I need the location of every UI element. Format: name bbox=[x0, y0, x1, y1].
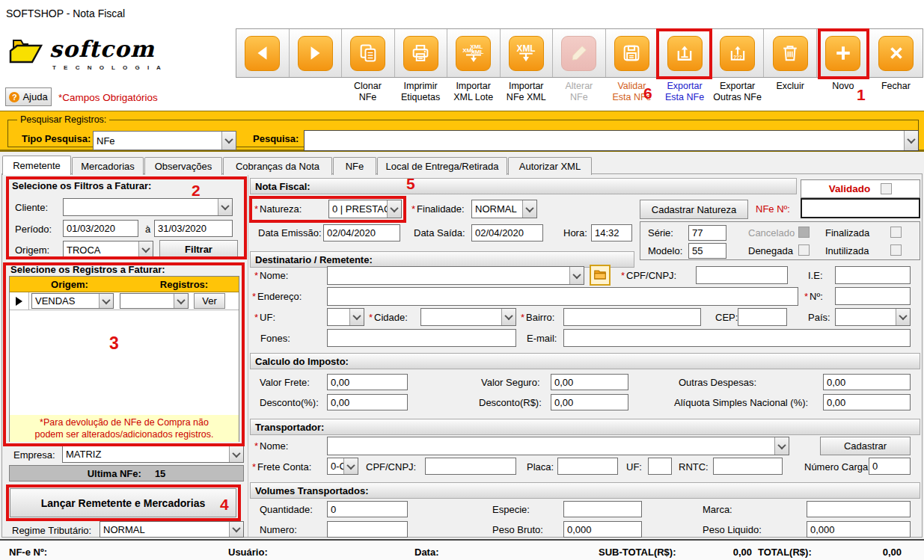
toolbar-fechar-button[interactable] bbox=[869, 29, 923, 77]
cadastrar-natureza-button[interactable]: Cadastrar Natureza bbox=[640, 200, 748, 219]
finalizada-checkbox[interactable] bbox=[890, 227, 902, 238]
dest-no-field[interactable] bbox=[835, 287, 911, 305]
emissao-field[interactable] bbox=[323, 224, 400, 241]
dest-uf-select[interactable] bbox=[327, 308, 364, 326]
toolbar-next-button[interactable] bbox=[290, 29, 343, 77]
quantidade-field[interactable] bbox=[327, 501, 408, 517]
nfe-no-field[interactable] bbox=[801, 198, 920, 218]
nota-fiscal-header: Nota Fiscal: bbox=[250, 178, 797, 194]
regime-label: Regime Tributário: bbox=[12, 525, 91, 536]
svg-text:XML: XML bbox=[471, 49, 483, 55]
transp-nome-select[interactable] bbox=[327, 437, 789, 455]
peso-liquido-field[interactable] bbox=[807, 521, 911, 538]
periodo-to-field[interactable] bbox=[154, 220, 233, 237]
serie-label: Série: bbox=[648, 227, 673, 239]
dest-endereco-field[interactable] bbox=[327, 287, 798, 306]
registros-control-row: VENDAS Ver bbox=[10, 292, 239, 310]
panel-divider bbox=[248, 174, 248, 537]
lancar-button[interactable]: Lançar Remetente e Mercadorias bbox=[10, 488, 236, 517]
numero-label: Numero: bbox=[260, 524, 297, 535]
especie-field[interactable] bbox=[563, 501, 642, 517]
cadastrar-transportador-button[interactable]: Cadastrar bbox=[820, 437, 911, 455]
denegada-checkbox[interactable] bbox=[798, 244, 810, 256]
toolbar-novo-button[interactable] bbox=[817, 29, 870, 77]
modelo-field[interactable] bbox=[688, 243, 726, 259]
dest-uf-label: *UF: bbox=[254, 312, 275, 323]
hora-field[interactable] bbox=[591, 224, 632, 241]
finalidade-select[interactable]: NORMAL bbox=[471, 200, 537, 218]
numero-carga-field[interactable] bbox=[869, 458, 911, 475]
valor-seguro-field[interactable] bbox=[551, 374, 628, 390]
cliente-select[interactable] bbox=[63, 198, 233, 216]
dest-cpf-field[interactable] bbox=[696, 266, 788, 284]
toolbar-clonar-nfe-button[interactable] bbox=[342, 29, 395, 77]
browse-destinatario-button[interactable] bbox=[590, 265, 611, 286]
tab-autorizar-xml[interactable]: Autorizar XML bbox=[508, 157, 592, 175]
desconto-pct-field[interactable] bbox=[327, 394, 408, 410]
aliquota-field[interactable] bbox=[823, 394, 911, 410]
validado-checkbox[interactable] bbox=[881, 183, 892, 194]
rntc-label: RNTC: bbox=[679, 461, 709, 473]
toolbar-validar-esta-nfe-button[interactable] bbox=[606, 29, 659, 77]
tab-mercadorias[interactable]: Mercadorias bbox=[72, 157, 144, 175]
dest-cep-field[interactable] bbox=[738, 308, 787, 326]
toolbar-imprimir-etiquetas-button[interactable] bbox=[395, 29, 448, 77]
dest-nome-select[interactable] bbox=[327, 266, 584, 285]
valor-frete-field[interactable] bbox=[327, 374, 408, 390]
desconto-rs-label: Desconto(R$): bbox=[479, 397, 542, 408]
rntc-field[interactable] bbox=[713, 458, 783, 475]
required-fields-note: *Campos Obrigatórios bbox=[58, 92, 158, 103]
search-query-combobox[interactable] bbox=[304, 130, 919, 151]
toolbar-prev-button[interactable] bbox=[236, 29, 290, 77]
natureza-select[interactable]: 0 | PRESTAÇ bbox=[328, 200, 402, 218]
dest-fones-field[interactable] bbox=[327, 329, 516, 347]
tab-remetente[interactable]: Remetente bbox=[2, 156, 71, 175]
grid-origem-select[interactable]: VENDAS bbox=[31, 293, 114, 309]
desconto-rs-field[interactable] bbox=[551, 394, 628, 410]
serie-field[interactable] bbox=[688, 225, 726, 241]
dest-cidade-label: *Cidade: bbox=[369, 312, 408, 323]
empresa-select[interactable]: MATRIZ bbox=[62, 446, 244, 463]
ultima-nfe-value: 15 bbox=[155, 468, 165, 479]
chevron-down-icon bbox=[501, 309, 515, 325]
transp-cpf-field[interactable] bbox=[425, 458, 516, 475]
app-window: SOFTSHOP - Nota Fiscal softcom T E C N O… bbox=[0, 0, 924, 560]
toolbar-exportar-esta-nfe-button[interactable] bbox=[658, 29, 712, 77]
toolbar-importar-xml-lote-button[interactable]: XMLXMLXML bbox=[447, 29, 501, 77]
dest-cidade-select[interactable] bbox=[420, 308, 516, 326]
tab-cobrancas[interactable]: Cobranças da Nota bbox=[223, 157, 332, 175]
tab-nfe[interactable]: NFe bbox=[333, 157, 376, 175]
numero-field[interactable] bbox=[327, 521, 408, 538]
cancelado-checkbox[interactable] bbox=[798, 227, 810, 238]
marca-field[interactable] bbox=[807, 501, 911, 517]
placa-field[interactable] bbox=[557, 458, 618, 475]
toolbar-exportar-outras-nfe-button[interactable]: ??? bbox=[712, 29, 765, 77]
regime-select[interactable]: NORMAL bbox=[100, 521, 244, 538]
grid-registros-select[interactable] bbox=[120, 293, 189, 309]
dest-ie-field[interactable] bbox=[835, 266, 911, 284]
inutilizada-checkbox[interactable] bbox=[890, 244, 902, 256]
search-type-select[interactable]: NFe bbox=[93, 131, 236, 150]
origem-select[interactable]: TROCA bbox=[63, 241, 153, 259]
saida-field[interactable] bbox=[471, 224, 543, 241]
toolbar-importar-nfe-xml-button[interactable]: XML bbox=[501, 29, 554, 77]
registros-grid-body[interactable] bbox=[10, 310, 239, 415]
ver-button[interactable]: Ver bbox=[194, 293, 225, 309]
dest-email-field[interactable] bbox=[563, 329, 911, 347]
toolbar-alterar-nfe-button[interactable] bbox=[553, 29, 606, 77]
row-selector-cell[interactable] bbox=[10, 292, 29, 310]
dest-pais-select[interactable] bbox=[835, 308, 911, 326]
filtrar-button[interactable]: Filtrar bbox=[159, 240, 238, 259]
transp-uf-field[interactable] bbox=[648, 458, 672, 475]
tab-local-entrega[interactable]: Local de Entrega/Retirada bbox=[377, 157, 507, 175]
chevron-down-icon bbox=[229, 446, 243, 462]
frete-conta-select[interactable]: 0-C bbox=[327, 458, 358, 475]
tab-observacoes[interactable]: Observações bbox=[144, 157, 222, 175]
ajuda-button[interactable]: ? Ajuda bbox=[5, 87, 52, 106]
periodo-from-field[interactable] bbox=[63, 220, 138, 237]
toolbar-excluir-button[interactable] bbox=[764, 29, 817, 77]
dest-bairro-field[interactable] bbox=[563, 308, 701, 326]
outras-despesas-field[interactable] bbox=[823, 374, 911, 390]
destinatario-header: Destinatario / Remetente: bbox=[250, 251, 634, 268]
peso-bruto-field[interactable] bbox=[563, 521, 642, 538]
